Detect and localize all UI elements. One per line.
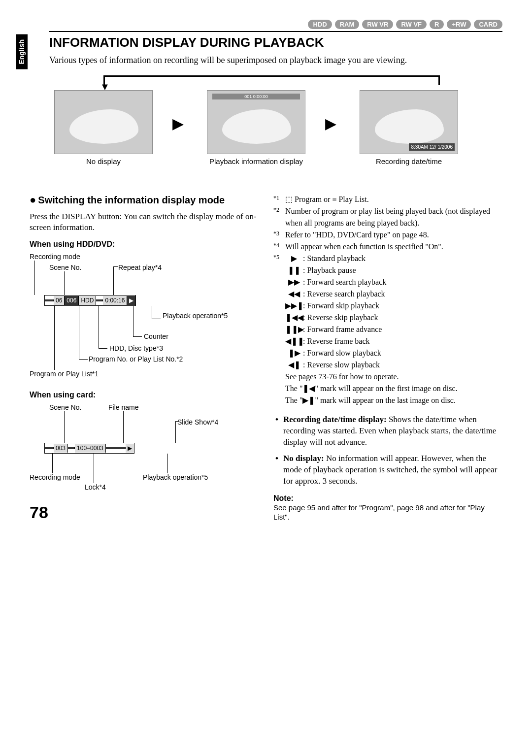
pause-icon: ❚❚ — [285, 264, 303, 276]
program-icon: ⬚ — [285, 195, 295, 203]
label-recording-mode: Recording mode — [30, 253, 80, 261]
note-heading: Note: — [273, 494, 502, 503]
card-diagram: Scene No. File name Slide Show*4 003 100… — [30, 403, 259, 507]
media-badges: HDD RAM RW VR RW VF R +RW CARD — [30, 20, 502, 29]
hdd-diagram: Recording mode Scene No. Repeat play*4 0… — [30, 253, 259, 381]
page-title: INFORMATION DISPLAY DURING PLAYBACK — [49, 31, 502, 50]
rew-icon: ◀◀ — [285, 288, 303, 300]
label-disc-type: HDD, Disc type*3 — [109, 344, 163, 352]
caption-no-display: No display — [54, 157, 153, 165]
switching-text: Press the DISPLAY button: You can switch… — [30, 211, 259, 233]
badge-rwvr: RW VR — [362, 20, 393, 29]
osd-datetime: 8:30AM 12/ 1/2006 — [409, 143, 455, 151]
screen-no-display — [54, 90, 153, 154]
right-arrow-icon: ▶ — [172, 115, 184, 132]
osd-bar: 06 006 HDD 0:00:16 ▶ — [44, 295, 136, 306]
badge-hdd: HDD — [308, 20, 332, 29]
label-file-name: File name — [108, 403, 138, 411]
label-playback-op-card: Playback operation*5 — [143, 473, 208, 481]
frame-back-icon: ◀❚❚ — [285, 335, 303, 347]
skip-back-icon: ❚◀◀ — [285, 312, 303, 324]
screen-playback-info: 001 0:00:00 — [207, 90, 305, 154]
label-program-or: Program or Play List*1 — [30, 370, 99, 378]
osd-overlay: 001 0:00:00 — [212, 94, 300, 99]
switching-heading: ●Switching the information display mode — [30, 194, 259, 206]
label-playback-op: Playback operation*5 — [163, 312, 228, 320]
hdd-heading: When using HDD/DVD: — [30, 240, 259, 249]
label-recording-mode-card: Recording mode — [30, 473, 80, 481]
note-text: See page 95 and after for "Program", pag… — [273, 503, 502, 522]
card-heading: When using card: — [30, 391, 259, 399]
intro-text: Various types of information on recordin… — [49, 55, 502, 66]
label-slide-show: Slide Show*4 — [177, 418, 218, 426]
frame-fwd-icon: ❚❚▶ — [285, 324, 303, 335]
screen-datetime: 8:30AM 12/ 1/2006 — [360, 90, 458, 154]
label-lock: Lock*4 — [85, 483, 106, 491]
display-cycle-diagram: ▼ No display ▶ 001 0:00:00 Playback info… — [49, 75, 502, 189]
caption-playback-info: Playback information display — [207, 157, 305, 165]
skip-fwd-icon: ▶▶❚ — [285, 300, 303, 312]
label-counter: Counter — [144, 332, 168, 340]
slow-back-icon: ◀❚ — [285, 359, 303, 371]
footnote-list: *1⬚ Program or ≡ Play List. *2Number of … — [273, 194, 502, 406]
badge-rwvf: RW VF — [396, 20, 427, 29]
badge-card: CARD — [474, 20, 502, 29]
ffwd-icon: ▶▶ — [285, 276, 303, 288]
slow-fwd-icon: ❚▶ — [285, 347, 303, 359]
right-arrow-icon: ▶ — [325, 115, 336, 132]
play-icon: ▶ — [285, 253, 303, 264]
label-scene-no: Scene No. — [49, 263, 81, 271]
label-program-no: Program No. or Play List No.*2 — [89, 355, 183, 363]
osd-bar-card: 003 100−0003 ▶ — [44, 443, 134, 454]
bullet-notes: Recording date/time display: Shows the d… — [275, 414, 502, 487]
badge-r: R — [430, 20, 444, 29]
badge-prw: +RW — [447, 20, 471, 29]
page-number: 78 — [30, 503, 48, 522]
badge-ram: RAM — [335, 20, 360, 29]
language-tab: English — [16, 34, 28, 69]
caption-datetime: Recording date/time — [360, 157, 458, 165]
label-repeat: Repeat play*4 — [118, 263, 162, 271]
label-scene-no-card: Scene No. — [49, 403, 81, 411]
